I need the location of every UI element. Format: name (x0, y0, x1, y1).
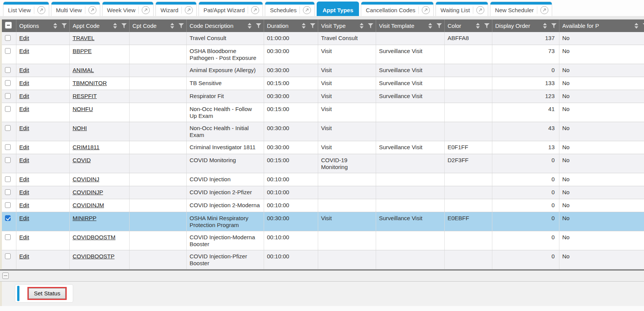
column-header-cpt-code[interactable]: Cpt Code (129, 19, 186, 32)
open-in-new-window-icon[interactable] (540, 6, 548, 14)
filter-icon[interactable] (368, 23, 373, 28)
tab-list-view[interactable]: List View (3, 2, 49, 16)
appt-code-link[interactable]: COVIDINJP (73, 189, 103, 195)
tab-wizard[interactable]: Wizard (155, 2, 197, 16)
column-header-display-order[interactable]: Display Order (492, 19, 559, 32)
open-in-new-window-icon[interactable] (37, 6, 45, 14)
sort-icon[interactable] (543, 23, 547, 29)
row-checkbox[interactable] (5, 67, 11, 73)
tab-week-view[interactable]: Week View (102, 2, 154, 16)
row-checkbox[interactable] (5, 80, 11, 86)
filter-icon[interactable] (256, 23, 261, 28)
row-checkbox[interactable] (5, 157, 11, 163)
edit-link[interactable]: Edit (19, 176, 29, 182)
column-header-color[interactable]: Color (444, 19, 492, 32)
sort-icon[interactable] (428, 23, 432, 29)
edit-link[interactable]: Edit (19, 234, 29, 240)
tab-schedules[interactable]: Schedules (265, 2, 315, 16)
tab-cancellation-codes[interactable]: Cancellation Codes (361, 2, 434, 16)
collapse-footer-icon[interactable] (2, 272, 9, 279)
tab-multi-view[interactable]: Multi View (51, 2, 100, 16)
edit-link[interactable]: Edit (19, 253, 29, 259)
visit-type-cell (318, 186, 376, 199)
edit-link[interactable]: Edit (19, 80, 29, 86)
column-header-available-for-p[interactable]: Available for P (559, 19, 644, 32)
open-in-new-window-icon[interactable] (88, 6, 96, 14)
column-header-code-description[interactable]: Code Description (186, 19, 264, 32)
open-in-new-window-icon[interactable] (303, 6, 311, 14)
cpt-code-cell (129, 231, 186, 250)
open-in-new-window-icon[interactable] (185, 6, 193, 14)
sort-icon[interactable] (360, 23, 364, 29)
filter-icon[interactable] (437, 23, 442, 28)
open-in-new-window-icon[interactable] (142, 6, 150, 14)
edit-link[interactable]: Edit (19, 202, 29, 208)
tab-pat-appt-wizard[interactable]: Pat/Appt Wizard (199, 2, 263, 16)
row-checkbox[interactable] (5, 189, 11, 195)
column-header-duration[interactable]: Duration (264, 19, 318, 32)
row-checkbox[interactable] (5, 144, 11, 150)
appt-code-link[interactable]: NOHFU (73, 106, 93, 112)
filter-icon[interactable] (551, 23, 557, 28)
row-checkbox[interactable] (5, 48, 11, 54)
row-checkbox[interactable] (5, 234, 11, 240)
filter-icon[interactable] (62, 23, 67, 28)
appt-code-link[interactable]: COVIDINJ (73, 176, 99, 182)
appt-code-link[interactable]: TBMONITOR (73, 80, 107, 86)
column-header-appt-code[interactable]: Appt Code (69, 19, 129, 32)
edit-link[interactable]: Edit (19, 157, 29, 163)
appt-code-link[interactable]: COVID (73, 157, 91, 163)
edit-link[interactable]: Edit (19, 215, 29, 221)
open-in-new-window-icon[interactable] (476, 6, 484, 14)
open-in-new-window-icon[interactable] (251, 6, 259, 14)
tab-appt-types[interactable]: Appt Types (317, 2, 359, 16)
filter-icon[interactable] (179, 23, 184, 28)
sort-icon[interactable] (476, 23, 480, 29)
row-checkbox[interactable] (5, 125, 11, 131)
row-checkbox[interactable] (5, 253, 11, 259)
row-checkbox[interactable] (5, 176, 11, 182)
tab-waiting-list[interactable]: Waiting List (436, 2, 488, 16)
appt-code-link[interactable]: MINIRPP (73, 215, 97, 221)
open-in-new-window-icon[interactable] (422, 6, 430, 14)
appt-code-link[interactable]: COVIDINJM (73, 202, 104, 208)
appt-code-link[interactable]: RESPFIT (73, 93, 97, 99)
filter-icon[interactable] (122, 23, 127, 28)
edit-link[interactable]: Edit (19, 144, 29, 150)
sort-icon[interactable] (113, 23, 117, 29)
sort-icon[interactable] (302, 23, 306, 29)
appt-code-link[interactable]: TRAVEL (73, 35, 95, 41)
appt-code-link[interactable]: COVIDBOOSTM (73, 234, 116, 240)
row-checkbox[interactable] (5, 93, 11, 99)
sort-icon[interactable] (634, 23, 638, 29)
appt-code-link[interactable]: COVIDBOOSTP (73, 253, 115, 259)
sort-icon[interactable] (248, 23, 252, 29)
filter-icon[interactable] (484, 23, 490, 28)
edit-link[interactable]: Edit (19, 106, 29, 112)
edit-link[interactable]: Edit (19, 67, 29, 73)
appt-code-link[interactable]: ANIMAL (73, 67, 94, 73)
appt-code-link[interactable]: CRIM1811 (73, 144, 100, 150)
tab-new-scheduler[interactable]: New Scheduler (490, 2, 552, 16)
column-header-visit-type[interactable]: Visit Type (318, 19, 376, 32)
appt-code-link[interactable]: NOHI (73, 125, 87, 131)
column-header-options[interactable]: Options (16, 19, 69, 32)
filter-icon[interactable] (310, 23, 316, 28)
row-checkbox[interactable] (5, 35, 11, 41)
edit-link[interactable]: Edit (19, 35, 29, 41)
collapse-all-icon[interactable] (5, 22, 12, 29)
set-status-button[interactable]: Set Status (29, 288, 66, 299)
edit-link[interactable]: Edit (19, 189, 29, 195)
available-for-patient-cell: No (559, 173, 644, 186)
sort-icon[interactable] (53, 23, 57, 29)
sort-icon[interactable] (170, 23, 174, 29)
appt-code-link[interactable]: BBPPE (73, 48, 92, 54)
row-checkbox[interactable] (5, 215, 11, 221)
row-checkbox[interactable] (5, 106, 11, 112)
edit-link[interactable]: Edit (19, 125, 29, 131)
row-checkbox[interactable] (5, 202, 11, 208)
filter-icon[interactable] (643, 23, 644, 28)
column-header-visit-template[interactable]: Visit Template (376, 19, 444, 32)
edit-link[interactable]: Edit (19, 48, 29, 54)
edit-link[interactable]: Edit (19, 93, 29, 99)
